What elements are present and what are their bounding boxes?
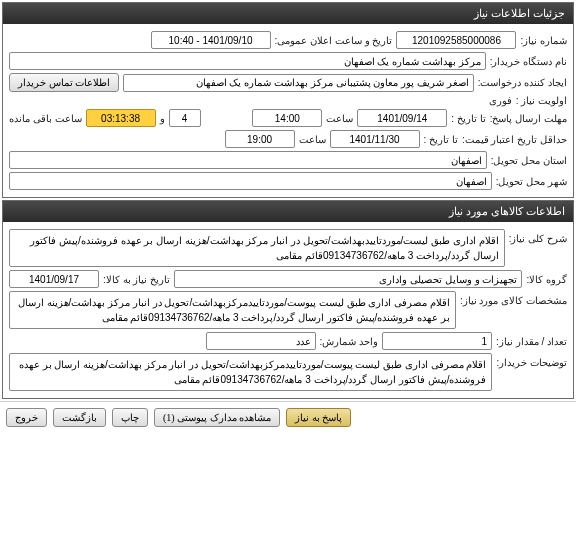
- province-field: اصفهان: [9, 151, 487, 169]
- creator-label: ایجاد کننده درخواست:: [478, 77, 567, 88]
- contact-buyer-button[interactable]: اطلاعات تماس خریدار: [9, 73, 119, 92]
- priority-label: اولویت نیاز :: [516, 95, 567, 106]
- quote-valid-label: حداقل تاریخ اعتبار قیمت:: [462, 134, 567, 145]
- unit-label: واحد شمارش:: [320, 336, 379, 347]
- spec-field: اقلام مصرفی اداری طبق لیست پیوست/موردتای…: [9, 291, 456, 329]
- priority-value: فوری: [489, 95, 512, 106]
- days-field: 4: [169, 109, 201, 127]
- unit-field: عدد: [206, 332, 316, 350]
- need-no-label: شماره نیاز:: [520, 35, 567, 46]
- remain-time-field: 03:13:38: [86, 109, 156, 127]
- print-button[interactable]: چاپ: [112, 408, 148, 427]
- buyer-notes-field: اقلام مصرفی اداری طبق لیست پیوست/موردتای…: [9, 353, 492, 391]
- reply-time-field: 14:00: [252, 109, 322, 127]
- org-field: مرکز بهداشت شماره یک اصفهان: [9, 52, 486, 70]
- remain-label: ساعت باقی مانده: [9, 113, 82, 124]
- reply-todate-label: تا تاریخ :: [451, 113, 485, 124]
- goods-panel-body: شرح کلی نیاز: اقلام اداری طبق لیست/موردت…: [3, 222, 573, 398]
- info-panel-body: شماره نیاز: 1201092585000086 تاریخ و ساع…: [3, 24, 573, 197]
- reply-time-label: ساعت: [326, 113, 353, 124]
- info-panel: جزئیات اطلاعات نیاز شماره نیاز: 12010925…: [2, 2, 574, 198]
- goods-panel-header: اطلاعات کالاهای مورد نیاز: [3, 201, 573, 222]
- goods-panel: اطلاعات کالاهای مورد نیاز شرح کلی نیاز: …: [2, 200, 574, 399]
- group-field: تجهیزات و وسایل تحصیلی واداری: [174, 270, 522, 288]
- and-label: و: [160, 113, 165, 124]
- buyer-notes-label: توضیحات خریدار:: [496, 353, 567, 368]
- qty-label: تعداد / مقدار نیاز:: [496, 336, 567, 347]
- back-button[interactable]: بازگشت: [53, 408, 106, 427]
- reply-deadline-label: مهلت ارسال پاسخ:: [490, 113, 567, 124]
- quote-date-field: 1401/11/30: [330, 130, 420, 148]
- need-no-field: 1201092585000086: [396, 31, 516, 49]
- attachments-button[interactable]: مشاهده مدارک پیوستی (1): [154, 408, 280, 427]
- announce-label: تاریخ و ساعت اعلان عمومی:: [275, 35, 393, 46]
- city-label: شهر محل تحویل:: [496, 176, 567, 187]
- quote-todate-label: تا تاریخ :: [424, 134, 458, 145]
- announce-field: 1401/09/10 - 10:40: [151, 31, 271, 49]
- info-panel-header: جزئیات اطلاعات نیاز: [3, 3, 573, 24]
- quote-time-field: 19:00: [225, 130, 295, 148]
- group-date-field: 1401/09/17: [9, 270, 99, 288]
- org-label: نام دستگاه خریدار:: [490, 56, 567, 67]
- group-date-label: تاریخ نیاز به کالا:: [103, 274, 170, 285]
- exit-button[interactable]: خروج: [6, 408, 47, 427]
- province-label: استان محل تحویل:: [491, 155, 567, 166]
- spec-label: مشخصات کالای مورد نیاز:: [460, 291, 567, 306]
- reply-button[interactable]: پاسخ به نیاز: [286, 408, 351, 427]
- city-field: اصفهان: [9, 172, 492, 190]
- footer-bar: پاسخ به نیاز مشاهده مدارک پیوستی (1) چاپ…: [0, 401, 576, 433]
- qty-field: 1: [382, 332, 492, 350]
- desc-field: اقلام اداری طبق لیست/موردتاییدبهداشت/تحو…: [9, 229, 505, 267]
- group-label: گروه کالا:: [526, 274, 567, 285]
- desc-label: شرح کلی نیاز:: [509, 229, 567, 244]
- quote-time-label: ساعت: [299, 134, 326, 145]
- creator-field: اصغر شریف پور معاون پشتیبانی مرکز بهداشت…: [123, 74, 474, 92]
- reply-date-field: 1401/09/14: [357, 109, 447, 127]
